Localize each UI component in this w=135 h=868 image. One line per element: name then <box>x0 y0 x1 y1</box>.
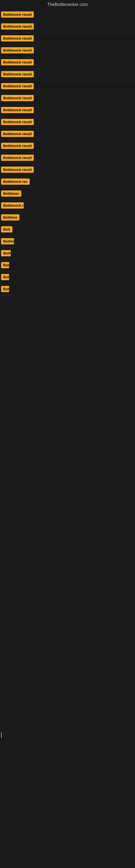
bottleneck-badge: Bottleneck result <box>1 47 34 54</box>
result-row[interactable]: Bottle <box>0 248 135 260</box>
bottleneck-badge: Bottleneck result <box>1 155 34 161</box>
bottleneck-badge: Bottleneck result <box>1 119 34 125</box>
bottleneck-badge: Bottleneck r <box>1 203 24 209</box>
result-row[interactable]: Bottleneck result <box>0 93 135 105</box>
site-title: TheBottlenecker.com <box>0 0 135 9</box>
bottleneck-badge: Bottlenec <box>1 190 21 197</box>
result-row[interactable]: Bottleneck r <box>0 200 135 212</box>
result-row[interactable]: Bottlenec <box>0 188 135 200</box>
bottleneck-badge: Bottleneck result <box>1 71 34 77</box>
result-row[interactable]: Bottleneck result <box>0 69 135 81</box>
result-row[interactable]: Bottleneck result <box>0 33 135 45</box>
result-row[interactable]: Bottleneck result <box>0 141 135 152</box>
bottleneck-badge: Bottleneck result <box>1 143 34 149</box>
bottleneck-badge: Bottleneck result <box>1 23 34 30</box>
result-row[interactable]: Bottlene <box>0 236 135 248</box>
result-row[interactable]: Bottleneck result <box>0 45 135 57</box>
bottleneck-badge: Bottle <box>1 250 11 256</box>
result-row[interactable]: Bottleneck result <box>0 164 135 176</box>
bottleneck-badge: Bottleneck result <box>1 59 34 65</box>
result-row[interactable]: Bottleneck result <box>0 105 135 117</box>
bottleneck-badge: Bottleneck result <box>1 11 34 18</box>
result-row[interactable]: Bott <box>0 224 135 236</box>
result-row[interactable]: Bottleneck result <box>0 117 135 129</box>
bottleneck-badge: Bottleneck result <box>1 95 34 101</box>
result-row[interactable]: Bottleneck result <box>0 152 135 164</box>
bottleneck-badge: Bot <box>1 274 9 280</box>
result-row[interactable]: Bottleneck result <box>0 21 135 33</box>
result-row[interactable]: Bottleneck res <box>0 176 135 188</box>
result-row[interactable]: Bottleneck result <box>0 129 135 141</box>
bottleneck-badge: Bottlene <box>1 238 14 244</box>
bottleneck-badge: Bottleneck result <box>1 35 34 41</box>
bottleneck-badge: Bottleneck result <box>1 83 34 89</box>
result-row[interactable]: Bottleneck result <box>0 57 135 69</box>
bottleneck-badge: Bottlene <box>1 214 19 220</box>
bottleneck-badge: Bottleneck result <box>1 107 34 113</box>
bottleneck-badge: Bottleneck res <box>1 179 30 185</box>
bottleneck-badge: Bott <box>1 226 12 232</box>
results-container: Bottleneck resultBottleneck resultBottle… <box>0 9 135 296</box>
result-row[interactable]: Bottlene <box>0 212 135 224</box>
result-row[interactable]: Bottleneck result <box>0 9 135 21</box>
bottleneck-badge: Bottlen <box>1 286 9 292</box>
bottleneck-badge: Bottleneck result <box>1 131 34 137</box>
result-row[interactable]: Bottleneck result <box>0 81 135 93</box>
result-row[interactable]: Bottlen <box>0 284 135 296</box>
result-row[interactable]: Bottleneck <box>0 260 135 272</box>
bottleneck-badge: Bottleneck result <box>1 166 34 173</box>
result-row[interactable]: Bot <box>0 272 135 284</box>
bottleneck-badge: Bottleneck <box>1 262 9 268</box>
cursor <box>1 733 2 738</box>
